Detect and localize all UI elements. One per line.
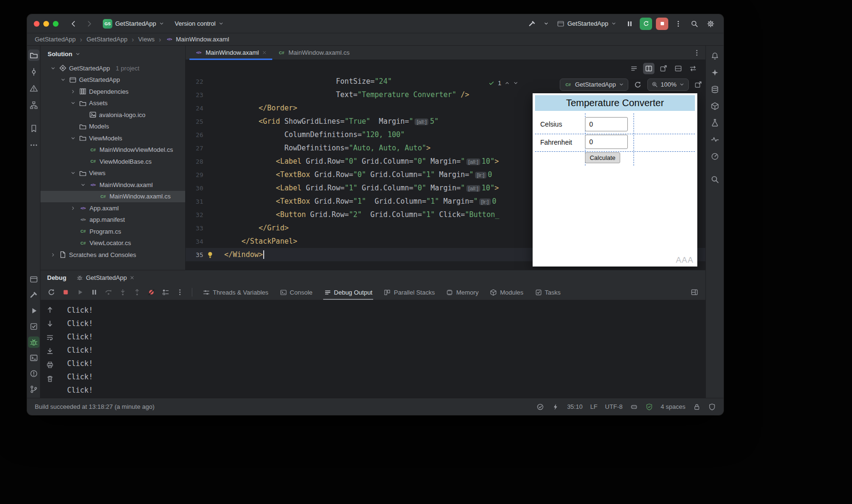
tree-item[interactable]: GetStartedApp1 project [40,62,185,74]
pause-button[interactable] [624,18,636,30]
debug-tab-memory[interactable]: Memory [441,285,483,300]
attach-debugger-widget[interactable] [552,403,559,411]
tool-window-nuget-button[interactable] [709,100,721,112]
tool-window-profiler-button[interactable] [709,150,721,162]
solution-header[interactable]: Solution [40,46,185,62]
celsius-input[interactable]: 0 [585,117,628,131]
run-config-widget[interactable]: GetStartedApp [554,18,620,30]
soft-wrap-button[interactable] [45,332,55,343]
tree-item[interactable]: ViewModels [40,132,185,144]
tool-window-run-button[interactable] [28,305,40,316]
previewer-zoom-selector[interactable]: 100% [647,79,689,91]
back-button[interactable] [67,18,79,30]
sync-view-button[interactable] [687,63,699,74]
debug-tab-parallel-stacks[interactable]: Parallel Stacks [379,285,439,300]
tree-item[interactable]: C#ViewModelBase.cs [40,156,185,168]
line-separator[interactable]: LF [590,403,597,410]
tree-item[interactable]: Scratches and Consoles [40,249,185,261]
zoom-window-button[interactable] [53,21,59,27]
more-actions-button[interactable] [672,18,684,30]
caret-position[interactable]: 35:10 [567,403,583,410]
layout-settings-button[interactable] [688,286,701,298]
stop-button[interactable] [59,286,72,298]
tool-window-find-button[interactable] [709,174,721,185]
tree-item[interactable]: Views [40,168,185,179]
tool-window-errors-button[interactable] [28,83,40,94]
breadcrumb-item[interactable]: GetStartedApp [87,36,128,43]
more-actions-button[interactable] [174,286,186,298]
tool-window-vcs-button[interactable] [28,384,40,395]
project-widget[interactable]: GS GetStartedApp [99,17,168,30]
breadcrumb-item[interactable]: </>MainWindow.axaml [165,36,229,43]
tool-window-bookmarks-button[interactable] [28,123,40,134]
tree-item[interactable]: Dependencies [40,86,185,98]
close-session-icon[interactable] [129,275,135,280]
stop-button[interactable] [656,18,668,30]
tool-window-build-button[interactable] [28,289,40,301]
check-circle-widget[interactable] [536,403,544,411]
pause-button[interactable] [88,286,100,298]
status-message[interactable]: Build succeeded at 13:18:27 (a minute ag… [35,403,155,410]
tool-window-commit-button[interactable] [28,66,40,78]
lock-widget[interactable] [693,403,701,411]
forward-button[interactable] [83,18,96,30]
editor-tab[interactable]: C#MainWindow.axaml.cs [272,46,355,59]
tree-item[interactable]: Assets [40,98,185,109]
step-out-button[interactable] [131,286,143,298]
tree-item[interactable]: C#MainWindowViewModel.cs [40,144,185,156]
tree-item[interactable]: C#ViewLocator.cs [40,237,185,249]
mute-breakpoints-button[interactable] [145,286,158,298]
tree-item[interactable]: C#Program.cs [40,226,185,237]
tab-options-button[interactable] [691,47,703,59]
copilot-widget[interactable] [630,403,638,411]
indent-style[interactable]: 4 spaces [661,403,685,410]
split-preview-button[interactable] [643,63,654,74]
editor-tab[interactable]: </>MainWindow.axaml [189,46,272,59]
debug-tab-modules[interactable]: Modules [485,285,528,300]
structure-view-button[interactable] [628,63,640,74]
next-problem-button[interactable] [513,80,518,86]
debug-tab-threads-variables[interactable]: Threads & Variables [198,285,273,300]
tool-window-unit-tests-button[interactable] [709,117,721,128]
shield-green-widget[interactable] [645,403,653,411]
tree-item[interactable]: avalonia-logo.ico [40,109,185,121]
print-button[interactable] [45,360,55,370]
tool-window-project-button[interactable] [28,49,40,61]
tree-item[interactable]: </>app.manifest [40,214,185,226]
debug-session-tab[interactable]: GetStartedApp [77,274,135,281]
build-menu-button[interactable] [542,18,550,30]
tree-item[interactable]: C#MainWindow.axaml.cs [40,191,185,203]
tool-window-todo-button[interactable] [28,321,40,332]
console-output[interactable]: Click!Click!Click!Click!Click!Click!Clic… [59,300,705,398]
rerun-button[interactable] [45,286,58,298]
tree-item[interactable]: </>App.axaml [40,202,185,214]
close-tab-button[interactable] [262,50,267,55]
tree-item[interactable]: Models [40,121,185,133]
tool-window-services-button[interactable] [28,274,40,285]
previous-problem-button[interactable] [505,80,510,86]
tree-item[interactable]: </>MainWindow.axaml [40,179,185,191]
previewer-config-selector[interactable]: C# GetStartedApp [560,79,628,91]
debug-tab-debug-output[interactable]: Debug Output [319,285,377,300]
resume-button[interactable] [74,286,86,298]
debug-tab-tasks[interactable]: Tasks [530,285,565,300]
breadcrumb-item[interactable]: Views [138,36,154,43]
step-into-button[interactable] [117,286,129,298]
close-window-button[interactable] [34,21,40,27]
tool-window-database-button[interactable] [709,84,721,95]
nav-down-button[interactable] [45,318,55,329]
tool-window-code-analysis-button[interactable] [709,134,721,145]
previewer-popout-button[interactable] [693,79,704,90]
tool-window-more-button[interactable] [28,139,40,151]
version-control-widget[interactable]: Version control [171,18,227,29]
tool-window-ai-assistant-button[interactable] [709,67,721,79]
step-over-button[interactable] [102,286,115,298]
tool-window-terminal-button[interactable] [28,352,40,364]
minimize-window-button[interactable] [43,21,49,27]
tool-window-debug-button[interactable] [28,336,40,348]
debug-tab-console[interactable]: Console [275,285,317,300]
tool-window-problems-button[interactable] [28,368,40,379]
search-everywhere-button[interactable] [688,18,701,30]
scroll-end-button[interactable] [45,346,55,356]
view-breakpoints-button[interactable] [159,286,172,298]
